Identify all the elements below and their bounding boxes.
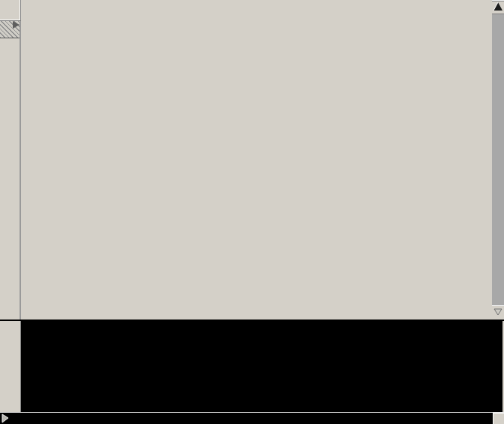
spectrogram-app-window <box>0 0 504 424</box>
time-position-marker-icon <box>13 21 20 29</box>
ruler-corner-cell <box>0 0 21 21</box>
right-arrow-icon <box>0 413 11 424</box>
spectrum-panel <box>0 320 504 412</box>
down-arrow-icon <box>492 306 504 319</box>
spectrogram-display[interactable] <box>21 21 492 320</box>
scrollbar-corner <box>493 413 504 424</box>
time-ruler <box>0 21 21 320</box>
time-ruler-ticks <box>0 21 20 320</box>
intensity-colorbar <box>491 321 502 410</box>
scroll-up-button[interactable] <box>492 0 504 14</box>
db-ruler <box>0 321 21 412</box>
frequency-ruler <box>21 0 492 21</box>
spectrum-plot <box>21 321 490 412</box>
scroll-right-button[interactable] <box>0 413 11 424</box>
vertical-scrollbar[interactable] <box>492 0 504 320</box>
frequency-ruler-ticks <box>21 0 492 21</box>
scroll-down-button[interactable] <box>492 305 504 320</box>
horizontal-scrollbar[interactable] <box>0 413 504 424</box>
up-arrow-icon <box>492 0 504 13</box>
vertical-scroll-thumb[interactable] <box>492 0 504 2</box>
